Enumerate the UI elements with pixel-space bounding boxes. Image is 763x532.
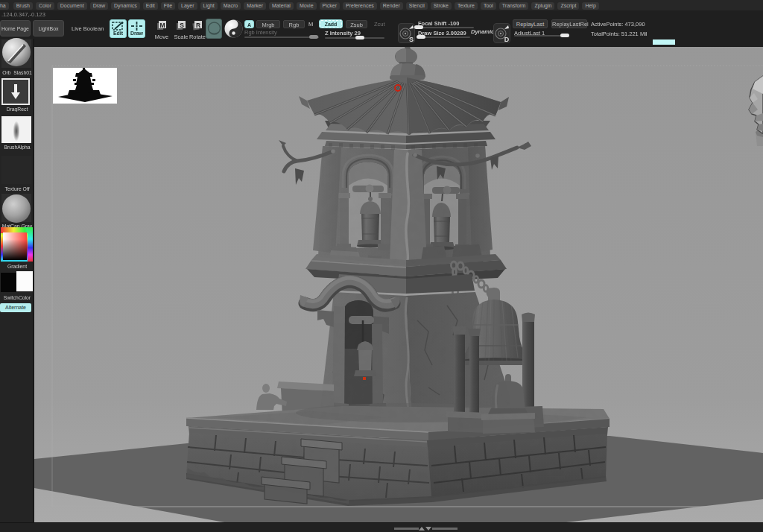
svg-text:M: M bbox=[159, 22, 165, 29]
svg-text:R: R bbox=[196, 22, 200, 29]
svg-text:S: S bbox=[180, 22, 184, 29]
svg-text:D: D bbox=[504, 36, 510, 43]
svg-text:S: S bbox=[409, 36, 414, 43]
